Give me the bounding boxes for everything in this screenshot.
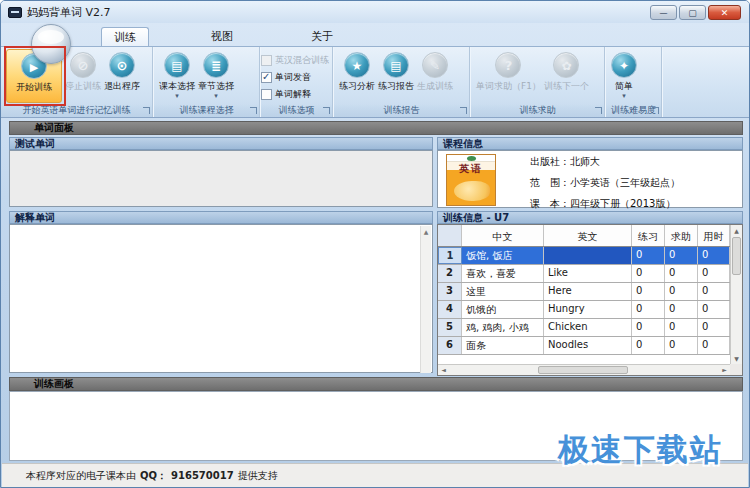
ribbon-group-course-select: 课本选择 ▾ 章节选择 ▾ 训练课程选择 — [154, 47, 260, 117]
train-next-button: 训练下一个 — [544, 49, 589, 103]
tab-training[interactable]: 训练 — [101, 27, 149, 46]
scroll-down-icon[interactable]: ▼ — [731, 353, 742, 364]
scroll-up-icon[interactable]: ▲ — [731, 225, 742, 236]
status-suffix: 提供支持 — [238, 469, 278, 483]
scroll-right-icon[interactable]: ► — [719, 365, 730, 375]
dialog-launcher-icon[interactable] — [323, 107, 330, 114]
ribbon: 开始训练 停止训练 退出程序 开始英语单词进行记忆训练 课本选择 ▾ — [1, 46, 749, 118]
col-chinese: 中文 — [462, 225, 544, 246]
watermark: 极速下载站 — [558, 429, 723, 471]
word-explain-checkbox[interactable]: 单词解释 — [261, 88, 332, 101]
ribbon-tab-strip: 训练 视图 关于 — [1, 23, 749, 46]
cover-band — [447, 155, 495, 162]
mixed-training-checkbox: 英汉混合训练 — [261, 54, 332, 67]
window-controls — [650, 5, 741, 20]
test-word-header: 测试单词 — [9, 137, 433, 150]
exit-program-button[interactable]: 退出程序 — [104, 49, 140, 103]
dialog-launcher-icon[interactable] — [460, 107, 467, 114]
minimize-button[interactable] — [650, 5, 677, 20]
report-icon — [383, 52, 409, 78]
maximize-icon — [688, 8, 697, 18]
tab-about[interactable]: 关于 — [299, 27, 345, 46]
table-row[interactable]: 3 这里 Here 0 0 0 — [438, 283, 730, 301]
test-word-area — [9, 150, 433, 207]
minimize-icon — [660, 8, 668, 18]
cover-art — [454, 181, 490, 201]
course-info-area: 英语 出版社：北师大 范 围：小学英语（三年级起点） 课 本：四年级下册（201… — [437, 150, 743, 208]
ribbon-group-report: 练习分析 练习报告 生成训练 训练报告 — [334, 47, 470, 117]
generate-training-button: 生成训练 — [417, 49, 453, 103]
maximize-button[interactable] — [679, 5, 706, 20]
power-icon — [109, 52, 135, 78]
vocabulary-table: 中文 英文 练习 求助 用时 1 饭馆, 饭店 0 0 0 2 喜欢，喜爱 Li… — [437, 224, 743, 376]
dialog-launcher-icon[interactable] — [652, 107, 659, 114]
word-help-button: 单词求助（F1） — [476, 49, 541, 103]
wrench-icon — [611, 52, 637, 78]
table-row[interactable]: 5 鸡, 鸡肉, 小鸡 Chicken 0 0 0 — [438, 319, 730, 337]
star-icon — [344, 52, 370, 78]
checkbox-checked-icon — [261, 72, 272, 83]
group-label-course: 训练课程选择 — [154, 104, 259, 117]
chevron-down-icon: ▾ — [175, 93, 179, 99]
group-label-options: 训练选项 — [261, 104, 332, 117]
dialog-launcher-icon[interactable] — [595, 107, 602, 114]
stop-icon — [70, 52, 96, 78]
tab-view[interactable]: 视图 — [199, 27, 245, 46]
qq-number: 916570017 — [171, 470, 234, 481]
dialog-launcher-icon[interactable] — [250, 107, 257, 114]
textbook-select-button[interactable]: 课本选择 ▾ — [159, 49, 195, 103]
course-info-header: 课程信息 — [437, 137, 743, 150]
col-help: 求助 — [665, 225, 698, 246]
difficulty-easy-button[interactable]: 简单 ▾ — [611, 49, 637, 103]
table-row[interactable]: 1 饭馆, 饭店 0 0 0 — [438, 247, 730, 265]
close-icon — [721, 8, 729, 18]
app-icon — [8, 7, 22, 18]
chapter-select-button[interactable]: 章节选择 ▾ — [198, 49, 234, 103]
explain-word-area: ▲ — [9, 224, 433, 373]
col-practice: 练习 — [632, 225, 665, 246]
training-info-header: 训练信息 - U7 — [437, 211, 743, 224]
group-label-report: 训练报告 — [334, 104, 469, 117]
checkbox-icon — [261, 55, 272, 66]
pencil-icon — [422, 52, 448, 78]
scroll-up-icon[interactable]: ▲ — [421, 226, 431, 237]
next-icon — [553, 52, 579, 78]
scrollbar-thumb[interactable] — [538, 366, 628, 374]
horizontal-scrollbar[interactable]: ◄ ► — [438, 364, 730, 375]
textbook-cover: 英语 — [446, 154, 496, 206]
practice-report-button[interactable]: 练习报告 — [378, 49, 414, 103]
status-text: 本程序对应的电子课本由 — [26, 469, 136, 483]
chevron-down-icon: ▾ — [214, 93, 218, 99]
table-row[interactable]: 4 饥饿的 Hungry 0 0 0 — [438, 301, 730, 319]
question-icon — [495, 52, 521, 78]
word-sound-checkbox[interactable]: 单词发音 — [261, 71, 332, 84]
checkbox-icon — [261, 89, 272, 100]
practice-analysis-button[interactable]: 练习分析 — [339, 49, 375, 103]
scrollbar-thumb[interactable] — [732, 237, 741, 275]
table-row[interactable]: 6 面条 Noodles 0 0 0 — [438, 337, 730, 355]
app-menu-orb[interactable] — [31, 24, 71, 64]
stop-training-button: 停止训练 — [65, 49, 101, 103]
dialog-launcher-icon[interactable] — [143, 107, 150, 114]
publisher-text: 出版社：北师大 — [530, 155, 680, 169]
ribbon-group-difficulty: 简单 ▾ 训练难易度 — [606, 47, 662, 117]
ribbon-group-options: 英汉混合训练 单词发音 单词解释 训练选项 — [261, 47, 333, 117]
col-english: 英文 — [544, 225, 632, 246]
scrollbar-corner — [730, 364, 742, 375]
window-title: 妈妈背单词 V2.7 — [27, 5, 111, 20]
close-button[interactable] — [708, 5, 741, 20]
scrollbar[interactable]: ▲ — [420, 226, 431, 373]
explain-word-header: 解释单词 — [9, 211, 433, 224]
table-row[interactable]: 2 喜欢，喜爱 Like 0 0 0 — [438, 265, 730, 283]
ribbon-group-start-training: 开始训练 停止训练 退出程序 开始英语单词进行记忆训练 — [1, 47, 153, 117]
scroll-left-icon[interactable]: ◄ — [438, 365, 449, 375]
cover-title: 英语 — [447, 162, 495, 176]
chevron-down-icon: ▾ — [622, 93, 626, 99]
titlebar: 妈妈背单词 V2.7 — [1, 1, 749, 23]
vertical-scrollbar[interactable]: ▲ ▼ — [730, 225, 742, 364]
app-window: 妈妈背单词 V2.7 训练 视图 关于 开始训练 停止训练 — [0, 0, 750, 488]
scope-text: 范 围：小学英语（三年级起点） — [530, 176, 680, 190]
train-canvas-bar: 训练画板 — [9, 377, 743, 391]
group-label-help: 训练求助 — [471, 104, 604, 117]
col-time: 用时 — [698, 225, 730, 246]
